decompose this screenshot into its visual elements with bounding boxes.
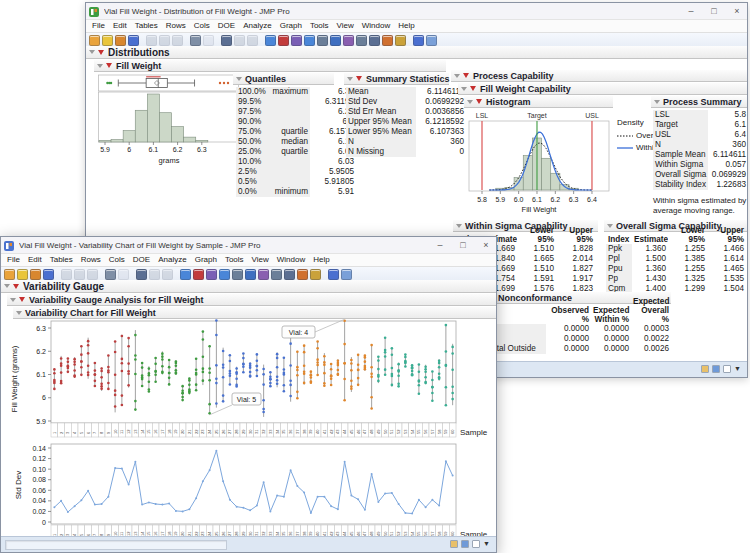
- annotate-add-icon[interactable]: [382, 35, 393, 46]
- open-recent-icon[interactable]: [30, 269, 41, 280]
- close-button[interactable]: ×: [731, 4, 743, 18]
- zoom-tool-icon[interactable]: [284, 269, 295, 280]
- data-table-icon[interactable]: [105, 269, 116, 280]
- hand-grabber-icon[interactable]: [219, 269, 230, 280]
- minimize-button[interactable]: –: [685, 4, 697, 18]
- undo-icon[interactable]: [234, 35, 245, 46]
- zoom-out-icon[interactable]: [203, 35, 214, 46]
- minimize-button[interactable]: –: [434, 238, 446, 252]
- zoom-out-icon[interactable]: [118, 269, 129, 280]
- refresh-icon[interactable]: [317, 35, 328, 46]
- move-tool-icon[interactable]: [206, 269, 217, 280]
- disclosure-icon[interactable]: [607, 224, 613, 228]
- menu-cols[interactable]: Cols: [190, 20, 214, 32]
- save-icon[interactable]: [43, 269, 54, 280]
- red-triangle-menu-icon[interactable]: [476, 99, 482, 104]
- disclosure-icon[interactable]: [10, 298, 16, 302]
- explore-status-icon[interactable]: [712, 365, 720, 373]
- maximize-button[interactable]: □: [708, 4, 720, 18]
- menu-view[interactable]: View: [248, 254, 273, 266]
- help-icon[interactable]: [278, 35, 289, 46]
- menu-tools[interactable]: Tools: [221, 254, 248, 266]
- disclosure-icon[interactable]: [467, 100, 473, 104]
- menu-edit[interactable]: Edit: [109, 20, 131, 32]
- menu-analyze[interactable]: Analyze: [239, 20, 275, 32]
- red-triangle-menu-icon[interactable]: [356, 76, 362, 81]
- menu-analyze[interactable]: Analyze: [154, 254, 190, 266]
- selection-arrow-icon[interactable]: [265, 35, 276, 46]
- window-layout-icon[interactable]: [328, 269, 339, 280]
- red-triangle-menu-icon[interactable]: [470, 86, 476, 91]
- menu-cols[interactable]: Cols: [105, 254, 129, 266]
- selection-arrow-icon[interactable]: [180, 269, 191, 280]
- redo-icon[interactable]: [247, 35, 258, 46]
- menu-window[interactable]: Window: [273, 254, 309, 266]
- zoom-tool-icon[interactable]: [369, 35, 380, 46]
- title-bar[interactable]: Vial Fill Weight - Distribution of Fill …: [86, 3, 747, 19]
- brush-tool-icon[interactable]: [343, 35, 354, 46]
- cut-icon[interactable]: [61, 269, 72, 280]
- maximize-toggle-icon[interactable]: [723, 365, 731, 373]
- paste-icon[interactable]: [87, 269, 98, 280]
- scroll-group-icon[interactable]: [426, 35, 437, 46]
- disclosure-icon[interactable]: [654, 100, 660, 104]
- paste-icon[interactable]: [172, 35, 183, 46]
- menu-tables[interactable]: Tables: [46, 254, 77, 266]
- disclosure-icon[interactable]: [16, 311, 22, 315]
- menu-edit[interactable]: Edit: [24, 254, 46, 266]
- open-icon[interactable]: [17, 269, 28, 280]
- maximize-toggle-icon[interactable]: [472, 540, 480, 548]
- data-table-icon[interactable]: [190, 35, 201, 46]
- help-icon[interactable]: [193, 269, 204, 280]
- title-bar[interactable]: Vial Fill Weight - Variability Chart of …: [1, 237, 496, 253]
- close-button[interactable]: ×: [480, 238, 492, 252]
- menu-file[interactable]: File: [88, 20, 109, 32]
- maximize-button[interactable]: □: [457, 238, 469, 252]
- red-triangle-menu-icon[interactable]: [98, 50, 104, 55]
- new-data-table-icon[interactable]: [4, 269, 15, 280]
- lasso-tool-icon[interactable]: [356, 35, 367, 46]
- variability-chart[interactable]: Fill Weight (grams)5.966.16.26.312345678…: [1, 319, 496, 445]
- menu-graph[interactable]: Graph: [276, 20, 306, 32]
- crosshair-select-icon[interactable]: [330, 35, 341, 46]
- lasso-tool-icon[interactable]: [271, 269, 282, 280]
- scroll-group-icon[interactable]: [341, 269, 352, 280]
- explore-status-icon[interactable]: [461, 540, 469, 548]
- open-recent-icon[interactable]: [115, 35, 126, 46]
- menu-doe[interactable]: DOE: [214, 20, 239, 32]
- fill-weight-distribution-chart[interactable]: 5.966.16.26.3grams: [98, 74, 240, 170]
- menu-tables[interactable]: Tables: [131, 20, 162, 32]
- menu-graph[interactable]: Graph: [191, 254, 221, 266]
- disclosure-icon[interactable]: [89, 50, 95, 54]
- menu-window[interactable]: Window: [358, 20, 394, 32]
- refresh-icon[interactable]: [232, 269, 243, 280]
- save-icon[interactable]: [128, 35, 139, 46]
- data-filter-status-icon[interactable]: [450, 540, 458, 548]
- red-triangle-menu-icon[interactable]: [106, 63, 112, 68]
- disclosure-icon[interactable]: [236, 77, 242, 81]
- copy-icon[interactable]: [159, 35, 170, 46]
- move-tool-icon[interactable]: [291, 35, 302, 46]
- disclosure-icon[interactable]: [97, 64, 103, 68]
- menu-doe[interactable]: DOE: [129, 254, 154, 266]
- data-filter-status-icon[interactable]: [701, 365, 709, 373]
- menu-view[interactable]: View: [333, 20, 358, 32]
- menu-tools[interactable]: Tools: [306, 20, 333, 32]
- red-triangle-menu-icon[interactable]: [13, 284, 19, 289]
- undo-icon[interactable]: [149, 269, 160, 280]
- menu-rows[interactable]: Rows: [77, 254, 105, 266]
- magnifier-icon[interactable]: [136, 269, 147, 280]
- cut-icon[interactable]: [146, 35, 157, 46]
- copy-icon[interactable]: [74, 269, 85, 280]
- disclosure-icon[interactable]: [461, 87, 467, 91]
- window-layout-icon[interactable]: [413, 35, 424, 46]
- hand-grabber-icon[interactable]: [304, 35, 315, 46]
- menu-file[interactable]: File: [3, 254, 24, 266]
- disclosure-icon[interactable]: [456, 224, 462, 228]
- menu-help[interactable]: Help: [309, 254, 333, 266]
- pencil-tool-icon[interactable]: [310, 269, 321, 280]
- crosshair-select-icon[interactable]: [245, 269, 256, 280]
- annotate-add-icon[interactable]: [297, 269, 308, 280]
- menu-rows[interactable]: Rows: [162, 20, 190, 32]
- disclosure-icon[interactable]: [454, 74, 460, 78]
